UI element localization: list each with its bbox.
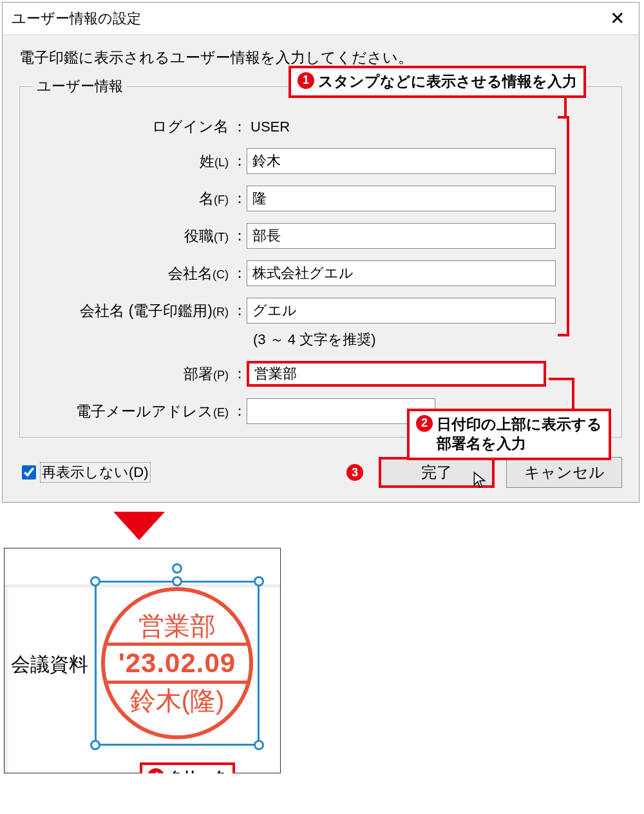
stamp-bottom-text: 鈴木(隆)	[105, 684, 249, 717]
dept-field[interactable]	[247, 361, 546, 387]
company-stamp-label: 会社名 (電子印鑑用)(R)	[33, 301, 232, 321]
dont-show-again[interactable]: 再表示しない(D)	[19, 462, 151, 483]
resize-handle-icon[interactable]	[90, 576, 100, 586]
user-info-group: ユーザー情報 ログイン名 ： USER 姓(L) ： 名(F)	[19, 77, 622, 438]
resize-handle-icon[interactable]	[172, 576, 182, 586]
firstname-label: 名(F)	[33, 189, 232, 209]
lastname-label: 姓(L)	[33, 151, 232, 171]
resize-handle-icon[interactable]	[90, 740, 100, 750]
connector-2a	[549, 378, 574, 380]
titlebar: ユーザー情報の設定 ✕	[3, 3, 639, 35]
callout-2: 2 日付印の上部に表示する 部署名を入力	[407, 409, 611, 460]
login-value: USER	[247, 119, 290, 135]
date-stamp[interactable]: 営業部 '23.02.09 鈴木(隆)	[101, 587, 253, 739]
company-field[interactable]	[247, 260, 556, 286]
rotate-handle-icon[interactable]	[172, 563, 182, 574]
company-stamp-field[interactable]	[247, 298, 556, 324]
close-icon[interactable]: ✕	[605, 8, 630, 29]
callout-4: 4 クリック	[140, 762, 235, 773]
email-label: 電子メールアドレス(E)	[33, 402, 232, 422]
company-stamp-hint: (3 ～ 4 文字を推奨)	[253, 330, 609, 349]
login-label: ログイン名	[33, 117, 232, 137]
stamp-date-text: '23.02.09	[104, 643, 251, 684]
user-info-dialog: ユーザー情報の設定 ✕ 電子印鑑に表示されるユーザー情報を入力してください。 ユ…	[2, 2, 639, 503]
firstname-field[interactable]	[247, 186, 556, 211]
document-title-text: 会議資料	[11, 652, 88, 678]
lastname-field[interactable]	[247, 148, 556, 174]
title-label: 役職(T)	[33, 226, 232, 246]
cancel-button[interactable]: キャンセル	[506, 457, 622, 488]
title-field[interactable]	[247, 223, 556, 249]
callout-badge-3: 3	[346, 464, 363, 481]
dont-show-again-checkbox[interactable]	[22, 465, 36, 480]
stamp-top-text: 営業部	[105, 609, 249, 643]
flow-arrow-icon	[113, 512, 165, 540]
callout-1: 1 スタンプなどに表示させる情報を入力	[289, 66, 586, 98]
dialog-title: ユーザー情報の設定	[12, 9, 141, 28]
group-legend: ユーザー情報	[33, 77, 127, 96]
callout-badge-2: 2	[416, 415, 433, 432]
company-label: 会社名(C)	[33, 264, 232, 284]
connector-2b	[572, 378, 574, 410]
highlight-bracket	[558, 116, 569, 336]
callout-badge-1: 1	[298, 72, 314, 89]
resize-handle-icon[interactable]	[254, 740, 264, 750]
ok-button[interactable]: 完了	[379, 457, 495, 488]
callout-badge-4: 4	[147, 768, 164, 773]
resize-handle-icon[interactable]	[254, 576, 264, 586]
dept-label: 部署(P)	[33, 364, 232, 384]
cursor-icon	[473, 471, 487, 489]
result-preview: 会議資料 営業部 '23.02.09 鈴木(隆) 4 クリック	[4, 548, 281, 773]
instruction-text: 電子印鑑に表示されるユーザー情報を入力してください。	[19, 48, 622, 68]
